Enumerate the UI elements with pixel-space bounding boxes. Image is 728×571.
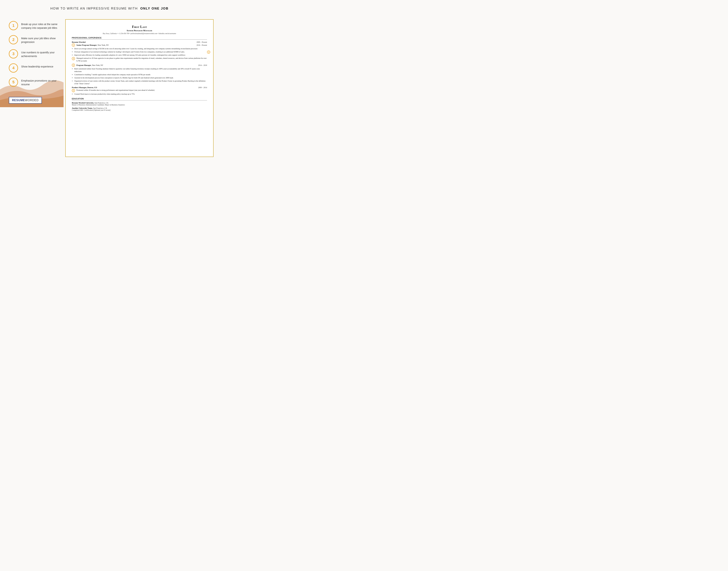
tip-item-1: 1Break up your roles at the same company…: [9, 21, 58, 30]
role-spm: 1 Senior Program Manager, New York, NY 2…: [72, 43, 207, 46]
tip-text-3: Use numbers to quantify your achievement…: [21, 49, 58, 58]
edu-detail-1: Master of Business Administration Candid…: [72, 104, 207, 106]
company-name-rw: Resume Worded: [72, 41, 86, 43]
header-title-prefix: HOW TO WRITE AN IMPRESSIVE RESUME WITH: [50, 7, 138, 10]
company-row-rw: Resume Worded 2009 – Present: [72, 41, 207, 43]
tip-text-4: Show leadership experience: [21, 64, 53, 69]
page-header: HOW TO WRITE AN IMPRESSIVE RESUME WITH O…: [0, 0, 219, 16]
anno-2: 2: [72, 64, 75, 67]
bullet-spm-2: Oversaw integration of an external techn…: [74, 50, 207, 53]
header-title-bold: ONLY ONE JOB: [140, 7, 168, 10]
edu-school-1: Resume Worded University, San Francisco,…: [72, 102, 207, 104]
edu-entry-1: Resume Worded University, San Francisco,…: [72, 102, 207, 106]
bullet-pm-1: Built customized online Asset Tracking d…: [74, 68, 207, 73]
logo-light: WORDED: [25, 99, 39, 102]
left-panel: 1Break up your roles at the same company…: [0, 16, 63, 107]
edu-school-2: Another University Name, San Francisco, …: [72, 107, 207, 109]
logo-box: RESUME WORDED: [9, 97, 42, 104]
main-layout: 1Break up your roles at the same company…: [0, 16, 219, 162]
bullets-prodmgr: 5 Promoted within 18 months due to stron…: [74, 89, 207, 95]
resume-contact: Bay Area, California • +1-234-456-789 • …: [72, 33, 207, 34]
bullet-pm-2: Contributed to building 7 mobile applica…: [74, 73, 207, 76]
right-panel: First Last Senior Program Manager Bay Ar…: [63, 16, 219, 162]
tip-circle-4: 4: [9, 64, 18, 73]
anno-1: 1: [72, 43, 75, 46]
bullet-spm-4: 4 Managed outreach to 30 State agencies …: [72, 57, 207, 62]
role-pm: 2 Program Manager, New York, NY 2014 – 2…: [72, 64, 207, 67]
edu-detail-2: Completed ABC Certification [Optional ye…: [72, 109, 207, 111]
logo-bold: RESUME: [12, 99, 25, 102]
bullet-pm-4: Organized reviews of user stories with t…: [74, 80, 207, 85]
tip-item-4: 4Show leadership experience: [9, 64, 58, 73]
tip-item-5: 5Emphasize promotions on your resume: [9, 78, 58, 87]
bullet-spm-3: Improved sales efficiency by leading sus…: [74, 54, 207, 56]
bullet-prodmgr-2: Created Word macro to increase productiv…: [74, 93, 207, 95]
tip-circle-2: 2: [9, 35, 18, 44]
tip-item-2: 2Make sure your job titles show progress…: [9, 35, 58, 44]
job-title-pm: Program Manager, New York, NY: [77, 64, 103, 66]
resume-title: Senior Program Manager: [72, 29, 207, 32]
tip-circle-5: 5: [9, 78, 18, 87]
edu-entry-2: Another University Name, San Francisco, …: [72, 107, 207, 111]
tip-circle-3: 3: [9, 49, 18, 59]
dates-spm: 2018 – Present: [196, 44, 207, 46]
section-heading-education: EDUCATION: [72, 98, 207, 101]
section-heading-experience: PROFESSIONAL EXPERIENCE: [72, 37, 207, 39]
job-title-spm: Senior Program Manager, New York, NY: [77, 44, 109, 46]
tip-text-2: Make sure your job titles show progressi…: [21, 35, 58, 44]
bullet-pm-3: Assisted in the development process from…: [74, 77, 207, 79]
bullet-prodmgr-1: 5 Promoted within 18 months due to stron…: [72, 89, 207, 92]
dates-pm: 2014 – 2018: [198, 64, 207, 66]
bullets-pm: Built customized online Asset Tracking d…: [74, 68, 207, 85]
bullet-spm-1: Drove an average annual savings of $15M …: [74, 47, 207, 50]
bullets-spm: Drove an average annual savings of $15M …: [74, 47, 207, 62]
role-prodmgr-row: Product Manager, Denver, CO 2009 – 2014: [72, 86, 207, 89]
resume-name: First Last: [72, 25, 207, 29]
tip-item-3: 3Use numbers to quantify your achievemen…: [9, 49, 58, 59]
resume-box: First Last Senior Program Manager Bay Ar…: [65, 19, 213, 157]
tip-text-5: Emphasize promotions on your resume: [21, 78, 58, 86]
company-dates-rw: 2009 – Present: [196, 41, 207, 43]
job-title-prodmgr: Product Manager, Denver, CO: [72, 86, 97, 89]
tip-text-1: Break up your roles at the same company …: [21, 21, 58, 30]
tip-circle-1: 1: [9, 21, 18, 30]
dates-prodmgr: 2009 – 2014: [198, 87, 207, 89]
